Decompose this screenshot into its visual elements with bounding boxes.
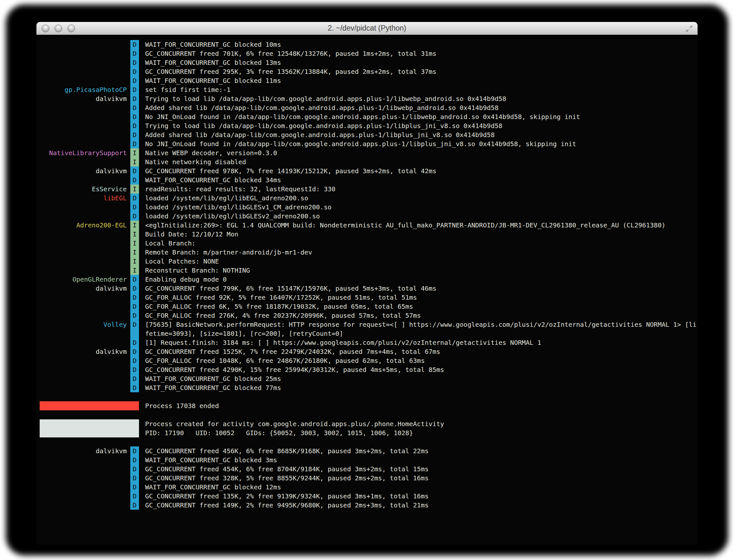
log-tag	[40, 474, 127, 483]
log-message: WAIT_FOR_CONCURRENT_GC blocked 3ms	[145, 455, 698, 465]
minimize-button[interactable]	[55, 25, 62, 32]
log-tag	[40, 121, 127, 130]
log-row: libEGLDloaded /system/lib/egl/libEGL_adr…	[36, 194, 698, 203]
log-row-blank	[36, 410, 698, 419]
log-level-badge: D	[130, 374, 139, 383]
close-button[interactable]	[42, 25, 49, 32]
log-tag	[40, 492, 127, 501]
log-message: GC_CONCURRENT freed 1525K, 7% free 22479…	[145, 347, 698, 356]
log-row: DGC_CONCURRENT freed 328K, 5% free 8855K…	[36, 474, 698, 483]
log-row: VolleyD[75635] BasicNetwork.performReque…	[36, 320, 698, 338]
log-tag	[40, 383, 127, 392]
log-row: DAdded shared lib /data/app-lib/com.goog…	[36, 130, 698, 139]
log-tag	[40, 257, 127, 266]
log-message: Reconstruct Branch: NOTHING	[145, 266, 698, 275]
log-level-badge: D	[130, 320, 139, 338]
log-message: Native networking disabled	[145, 157, 698, 166]
log-level-badge: D	[130, 284, 139, 293]
log-level-badge: D	[130, 58, 139, 67]
title-bar[interactable]: 2. ~/dev/pidcat (Python)	[36, 22, 698, 35]
log-level-badge: D	[130, 365, 139, 374]
log-tag	[40, 374, 127, 383]
log-row: NativeLibrarySupportINative WEBP decoder…	[36, 148, 698, 157]
log-row: DGC_CONCURRENT freed 454K, 6% free 8704K…	[36, 465, 698, 474]
log-message: WAIT_FOR_CONCURRENT_GC blocked 25ms	[145, 374, 698, 383]
log-row: DWAIT_FOR_CONCURRENT_GC blocked 34ms	[36, 175, 698, 185]
log-tag	[40, 293, 127, 302]
log-level-badge: D	[130, 446, 139, 455]
log-message: GC_CONCURRENT freed 701K, 6% free 12548K…	[145, 49, 698, 58]
log-message: No JNI_OnLoad found in /data/app-lib/com…	[145, 112, 698, 121]
log-tag: dalvikvm	[40, 347, 127, 356]
log-tag: Volley	[40, 320, 127, 338]
log-row: DGC_CONCURRENT freed 295K, 3% free 13562…	[36, 67, 698, 76]
log-tag	[40, 266, 127, 275]
log-tag	[40, 230, 127, 239]
log-row: DWAIT_FOR_CONCURRENT_GC blocked 10ms	[36, 40, 698, 49]
log-tag: EsService	[40, 185, 127, 194]
log-message: WAIT_FOR_CONCURRENT_GC blocked 10ms	[145, 40, 698, 49]
log-row: dalvikvmDGC_CONCURRENT freed 799K, 6% fr…	[36, 284, 698, 293]
resize-arrows-icon[interactable]	[685, 24, 694, 33]
log-row: DGC_FOR_ALLOC freed 1048K, 6% free 24867…	[36, 356, 698, 365]
log-tag	[40, 455, 127, 465]
log-message: Build Date: 12/10/12 Mon	[145, 230, 698, 239]
log-level-badge: I	[130, 221, 139, 230]
log-level-badge: I	[130, 148, 139, 157]
log-tag	[40, 76, 127, 85]
log-level-badge: D	[130, 275, 139, 284]
log-message: WAIT_FOR_CONCURRENT_GC blocked 77ms	[145, 383, 698, 392]
log-row-blank	[36, 392, 698, 401]
log-level-badge: D	[130, 311, 139, 320]
log-row: DGC_CONCURRENT freed 4290K, 15% free 259…	[36, 365, 698, 374]
log-row: D[1] Request.finish: 3184 ms: [ ] https:…	[36, 338, 698, 347]
log-message: GC_FOR_ALLOC freed 6K, 5% free 18187K/19…	[145, 302, 698, 311]
log-tag: dalvikvm	[40, 94, 127, 103]
log-tag	[40, 67, 127, 76]
log-row-blank	[36, 437, 698, 446]
log-tag: dalvikvm	[40, 284, 127, 293]
terminal-screen[interactable]: DWAIT_FOR_CONCURRENT_GC blocked 10msDGC_…	[36, 35, 698, 545]
log-row-process-ended: Process 17038 ended	[36, 401, 698, 410]
log-tag: OpenGLRenderer	[40, 275, 127, 284]
log-row: dalvikvmDGC_CONCURRENT freed 978K, 7% fr…	[36, 166, 698, 175]
log-level-badge: D	[130, 49, 139, 58]
process-ended-marker	[40, 401, 139, 410]
log-tag	[40, 157, 127, 166]
log-level-badge: I	[130, 257, 139, 266]
log-message: Local Branch:	[145, 239, 698, 248]
log-message: Added shared lib /data/app-lib/com.googl…	[145, 130, 698, 139]
log-message: GC_CONCURRENT freed 135K, 2% free 9139K/…	[145, 492, 698, 501]
log-message: GC_CONCURRENT freed 978K, 7% free 14193K…	[145, 166, 698, 175]
log-message: loaded /system/lib/egl/libEGL_adreno200.…	[145, 194, 698, 203]
traffic-lights	[42, 25, 75, 32]
log-message: Added shared lib /data/app-lib/com.googl…	[145, 103, 698, 112]
log-level-badge: D	[130, 112, 139, 121]
log-message: GC_CONCURRENT freed 799K, 6% free 15147K…	[145, 284, 698, 293]
log-tag	[40, 338, 127, 347]
log-tag	[40, 139, 127, 148]
desktop: 2. ~/dev/pidcat (Python) DWAIT_FOR_CONCU…	[0, 0, 734, 560]
log-row: gp.PicasaPhotoCPDset fsid first time:-1	[36, 85, 698, 94]
log-message: Enabling debug mode 0	[145, 275, 698, 284]
log-row: ILocal Branch:	[36, 239, 698, 248]
log-level-badge: D	[130, 76, 139, 85]
log-row: DNo JNI_OnLoad found in /data/app-lib/co…	[36, 112, 698, 121]
log-tag	[40, 203, 127, 212]
zoom-button[interactable]	[67, 25, 75, 32]
log-level-badge: D	[130, 212, 139, 221]
log-message: Local Patches: NONE	[145, 257, 698, 266]
log-tag	[40, 175, 127, 185]
log-tag: Adreno200-EGL	[40, 221, 127, 230]
log-level-badge: I	[130, 239, 139, 248]
log-level-badge: D	[130, 383, 139, 392]
log-message: loaded /system/lib/egl/libGLESv2_adreno2…	[145, 212, 698, 221]
log-level-badge: D	[130, 465, 139, 474]
log-row: DAdded shared lib /data/app-lib/com.goog…	[36, 103, 698, 112]
log-tag: dalvikvm	[40, 446, 127, 455]
log-message: No JNI_OnLoad found in /data/app-lib/com…	[145, 139, 698, 148]
log-tag	[40, 365, 127, 374]
log-level-badge: D	[130, 347, 139, 356]
log-tag	[40, 501, 127, 510]
log-tag: dalvikvm	[40, 166, 127, 175]
